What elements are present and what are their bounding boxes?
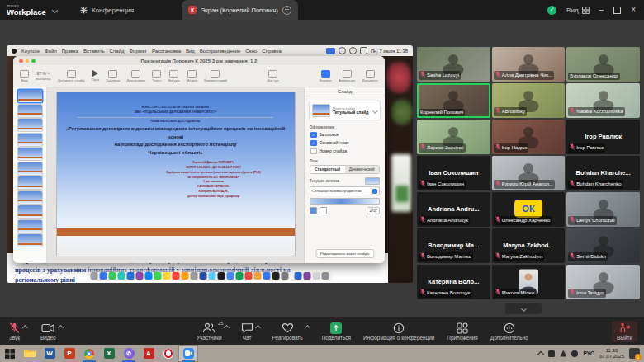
video-button-main[interactable]: Видео <box>40 322 56 341</box>
dock-app-icon[interactable] <box>282 272 289 280</box>
participant-tile[interactable]: Bohdan Kharche...Bohdan Kharchenko <box>566 156 640 190</box>
menubar-clock[interactable]: Пн, 7 июля 11:38 <box>371 49 408 54</box>
dock-app-icon[interactable] <box>200 272 207 280</box>
dock-app-icon[interactable] <box>295 272 302 280</box>
slide-thumbnail-7[interactable] <box>18 176 42 189</box>
taskbar-viber-icon[interactable]: ✆ <box>119 345 139 362</box>
language-indicator[interactable]: РУС <box>583 350 594 356</box>
dock-app-icon[interactable] <box>322 272 329 280</box>
slide-thumbnail-6[interactable] <box>18 162 42 175</box>
taskbar-acrobat-icon[interactable]: A <box>139 345 159 362</box>
edit-slide-layout-button[interactable]: Редактировать макет слайда <box>315 249 374 258</box>
dock-app-icon[interactable] <box>118 272 125 280</box>
input-source-icon[interactable] <box>326 48 335 54</box>
more-button-main[interactable]: Дополнительно <box>490 322 528 341</box>
checkbox-icon[interactable] <box>310 148 317 155</box>
keynote-tool-добавить слайд[interactable]: Добавить слайд <box>58 70 85 82</box>
view-button[interactable]: Вид <box>566 7 589 14</box>
layout-chevron-icon[interactable] <box>372 107 378 113</box>
leave-button-main[interactable]: Выйти <box>617 322 632 341</box>
minimize-button[interactable]: – <box>599 6 604 14</box>
participant-tile[interactable]: Andriana Andru...Andriana Andrusyk <box>417 192 490 227</box>
checkbox-icon[interactable]: ✓ <box>310 140 317 147</box>
react-options-chevron[interactable] <box>305 324 310 330</box>
video-options-chevron[interactable] <box>58 324 64 330</box>
dock-app-icon[interactable] <box>304 272 311 280</box>
close-button[interactable]: × <box>631 6 636 14</box>
participant-tile[interactable]: Ігор Надюк <box>492 120 566 154</box>
gradient-color-well-1[interactable] <box>310 207 317 214</box>
dock-app-icon[interactable] <box>263 272 271 280</box>
slide-layout-card[interactable]: Макет слайда Титульный слайд <box>309 101 381 120</box>
dock-app-icon[interactable] <box>218 272 225 280</box>
menu-item-правка[interactable]: Правка <box>62 49 78 54</box>
keynote-tool-диаграмма[interactable]: Диаграмма <box>126 70 145 82</box>
keynote-tool-таблица[interactable]: Таблица <box>106 70 120 82</box>
slide-thumbnail-2[interactable] <box>18 105 42 117</box>
participant-tile[interactable]: Алла Дмитрівна Чик... <box>492 47 566 82</box>
participant-tile[interactable]: Корнелий Попович <box>417 83 490 118</box>
gradient-color-well-2[interactable] <box>320 207 327 214</box>
toolbar-info-button[interactable]: Информация о конференции <box>363 322 434 341</box>
dock-app-icon[interactable] <box>182 272 189 280</box>
dock-app-icon[interactable] <box>254 272 262 280</box>
keynote-tool-анимация[interactable]: Анимация <box>339 70 356 82</box>
menu-item-вид[interactable]: Вид <box>186 49 195 54</box>
checkbox-row-основной-текст[interactable]: ✓Основной текст <box>310 140 379 147</box>
dock-app-icon[interactable] <box>109 272 116 280</box>
gradient-angle-field[interactable]: 270° <box>367 207 380 214</box>
menu-item-keynote[interactable]: Keynote <box>21 49 40 54</box>
info-button-main[interactable]: Информация о конференции <box>363 322 434 341</box>
search-icon[interactable] <box>349 47 357 54</box>
participant-tile[interactable]: Maryna Zakhod...Maryna Zakhodym <box>492 228 566 263</box>
tray-volume-icon[interactable] <box>571 350 578 357</box>
fill-type-select[interactable]: Сплошная заливка градиентом <box>310 186 380 195</box>
participant-tile[interactable]: Володимир Ма...Володимир Матіяш <box>417 228 490 263</box>
keynote-tool-комментарий[interactable]: Комментарий <box>204 70 227 82</box>
notification-center-icon[interactable]: 1 <box>629 348 640 359</box>
keynote-tool-формат[interactable]: Формат <box>319 70 332 82</box>
zoom-level-dropdown[interactable]: 87 % ˅ <box>37 71 50 76</box>
chat-button-main[interactable]: Чат <box>241 322 253 341</box>
participant-tile[interactable]: Бурлаков Олександр <box>566 47 640 82</box>
background-segmented-control[interactable]: Стандартный Динамический <box>310 165 380 174</box>
toolbar-more-button[interactable]: Дополнительно <box>490 322 528 341</box>
tray-network-icon[interactable] <box>560 350 566 357</box>
audio-options-chevron[interactable] <box>22 324 28 330</box>
slide-thumbnail-11[interactable] <box>18 234 42 247</box>
dock-app-icon[interactable] <box>163 272 171 280</box>
toolbar-audio-button[interactable]: Звук <box>8 322 27 341</box>
dock-app-icon[interactable] <box>236 272 244 280</box>
taskbar-start-icon[interactable] <box>0 345 20 362</box>
toolbar-chat-button[interactable]: Чат <box>241 322 260 341</box>
dock-app-icon[interactable] <box>136 272 144 280</box>
traffic-lights[interactable] <box>19 59 36 63</box>
participant-tile[interactable]: Лариса Загнітко <box>417 120 490 154</box>
slide-thumbnail-4[interactable] <box>18 134 42 146</box>
keynote-tool-медиа[interactable]: Медиа <box>187 70 198 82</box>
keynote-tool-масштаб[interactable]: 87 % ˅Масштаб <box>36 71 51 81</box>
participants-options-chevron[interactable] <box>223 324 229 330</box>
keynote-tool-текст[interactable]: Текст <box>152 70 161 82</box>
participants-button-main[interactable]: 25Участники <box>197 322 222 341</box>
toolbar-participants-button[interactable]: 25Участники <box>197 322 229 341</box>
toolbar-apps-button[interactable]: Приложения <box>447 322 477 341</box>
slide-thumbnail-3[interactable] <box>18 119 42 131</box>
checkbox-row-номер-слайда[interactable]: Номер слайда <box>310 148 379 155</box>
toolbar-leave-button[interactable]: Выйти <box>612 321 637 342</box>
slide[interactable]: МІНІСТЕРСТВО ОСВІТИ І НАУКИ УКРАЇНИ ЗВО … <box>57 92 295 256</box>
checkbox-row-заголовок[interactable]: ✓Заголовок <box>310 132 379 139</box>
taskbar-powerpoint-icon[interactable]: P <box>59 345 79 362</box>
dock-app-icon[interactable] <box>127 272 135 280</box>
audio-button-main[interactable]: Звук <box>8 322 21 341</box>
toolbar-share-button[interactable]: Поделиться <box>322 322 351 341</box>
participant-tile[interactable]: Sasha Lozovyi <box>417 47 490 82</box>
keynote-tool-пуск[interactable]: Пуск <box>92 70 99 82</box>
dock-app-icon[interactable] <box>313 272 320 280</box>
participant-tile[interactable]: Микола Мілюк <box>492 265 566 299</box>
slide-thumbnail-9[interactable] <box>18 205 42 218</box>
participant-tile[interactable]: ОКОлександр Харченко <box>492 192 566 227</box>
menu-item-воспроизведение[interactable]: Воспроизведение <box>200 49 241 54</box>
dock-app-icon[interactable] <box>227 272 234 280</box>
participant-tile[interactable]: Курило Юрій Анатол... <box>492 156 566 190</box>
